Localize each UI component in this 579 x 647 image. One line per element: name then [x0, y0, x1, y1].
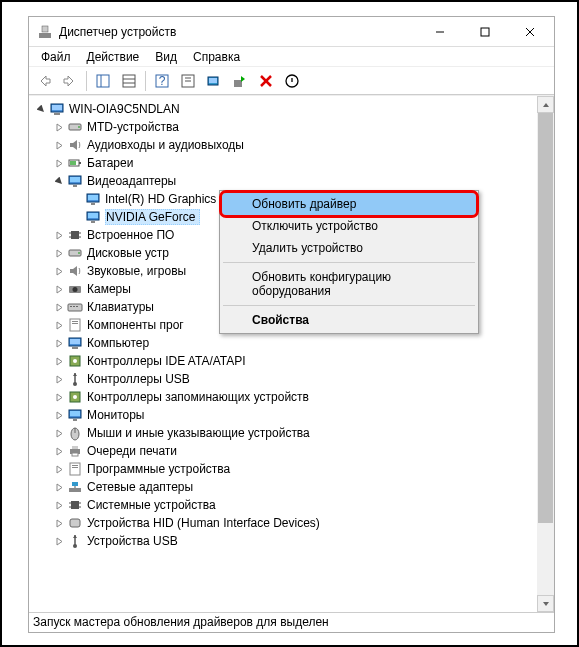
tree-category[interactable]: Контроллеры запоминающих устройств [33, 388, 554, 406]
menu-view[interactable]: Вид [147, 48, 185, 66]
tree-toggle[interactable] [53, 337, 65, 349]
computer-icon [67, 335, 83, 351]
toolbar-separator [145, 71, 146, 91]
scroll-up-button[interactable] [537, 96, 554, 113]
tree-category[interactable]: Контроллеры USB [33, 370, 554, 388]
tree-category-label: Камеры [87, 282, 131, 296]
svg-rect-35 [91, 203, 95, 205]
tree-toggle[interactable] [53, 409, 65, 421]
audio-icon [67, 263, 83, 279]
svg-rect-37 [88, 213, 98, 218]
software-icon [67, 461, 83, 477]
tree-category-label: Контроллеры запоминающих устройств [87, 390, 309, 404]
tree-toggle[interactable] [53, 355, 65, 367]
tree-toggle[interactable] [53, 265, 65, 277]
tree-toggle[interactable] [53, 499, 65, 511]
ctx-scan-hardware[interactable]: Обновить конфигурацию оборудования [222, 266, 476, 302]
svg-rect-57 [72, 347, 78, 349]
tree-category[interactable]: Устройства USB [33, 532, 554, 550]
ctx-update-driver[interactable]: Обновить драйвер [222, 193, 476, 215]
svg-rect-76 [72, 482, 78, 486]
tree-toggle[interactable] [53, 157, 65, 169]
tree-toggle[interactable] [53, 247, 65, 259]
tree-category[interactable]: Очереди печати [33, 442, 554, 460]
uninstall-button[interactable] [254, 69, 278, 93]
tree-category[interactable]: Системные устройства [33, 496, 554, 514]
tree-category[interactable]: Контроллеры IDE ATA/ATAPI [33, 352, 554, 370]
tree-toggle[interactable] [53, 427, 65, 439]
scroll-down-button[interactable] [537, 595, 554, 612]
scan-hardware-button[interactable] [202, 69, 226, 93]
minimize-button[interactable] [417, 17, 462, 46]
tree-category[interactable]: Батареи [33, 154, 554, 172]
tree-device-label: NVIDIA GeForce [105, 209, 200, 225]
tree-category[interactable]: Аудиовходы и аудиовыходы [33, 136, 554, 154]
tree-category-label: Дисковые устр [87, 246, 169, 260]
tree-toggle[interactable] [53, 139, 65, 151]
tree-toggle[interactable] [35, 103, 47, 115]
close-button[interactable] [507, 17, 552, 46]
svg-rect-74 [72, 467, 78, 468]
display-icon [67, 173, 83, 189]
tree-toggle[interactable] [53, 301, 65, 313]
svg-rect-48 [68, 304, 82, 311]
vertical-scrollbar[interactable] [537, 96, 554, 612]
svg-rect-28 [79, 162, 81, 164]
details-button[interactable] [117, 69, 141, 93]
back-button[interactable] [32, 69, 56, 93]
tree-category-label: Очереди печати [87, 444, 177, 458]
tree-toggle[interactable] [53, 463, 65, 475]
tree-category[interactable]: Сетевые адаптеры [33, 478, 554, 496]
usb-icon [67, 533, 83, 549]
tree-category-label: MTD-устройства [87, 120, 179, 134]
menu-action[interactable]: Действие [79, 48, 148, 66]
scroll-thumb[interactable] [538, 113, 553, 523]
update-driver-button[interactable] [228, 69, 252, 93]
tree-category[interactable]: Устройства HID (Human Interface Devices) [33, 514, 554, 532]
scroll-track[interactable] [537, 113, 554, 595]
disable-button[interactable] [280, 69, 304, 93]
menu-help[interactable]: Справка [185, 48, 248, 66]
svg-rect-32 [73, 185, 77, 187]
svg-rect-24 [54, 113, 60, 115]
menu-file[interactable]: Файл [33, 48, 79, 66]
tree-category-label: Компоненты прог [87, 318, 184, 332]
help-button[interactable]: ? [150, 69, 174, 93]
tree-toggle[interactable] [53, 373, 65, 385]
tree-toggle[interactable] [53, 319, 65, 331]
tree-category[interactable]: Мыши и иные указывающие устройства [33, 424, 554, 442]
tree-category[interactable]: Видеоадаптеры [33, 172, 554, 190]
tree-category[interactable]: Мониторы [33, 406, 554, 424]
tree-toggle[interactable] [53, 517, 65, 529]
tree-category-label: Звуковые, игровы [87, 264, 186, 278]
maximize-button[interactable] [462, 17, 507, 46]
ctx-disable-device[interactable]: Отключить устройство [222, 215, 476, 237]
tree-toggle[interactable] [53, 283, 65, 295]
properties-button[interactable] [176, 69, 200, 93]
show-hide-tree-button[interactable] [91, 69, 115, 93]
svg-point-59 [73, 359, 77, 363]
tree-category[interactable]: Программные устройства [33, 460, 554, 478]
tree-category-label: Программные устройства [87, 462, 230, 476]
ctx-properties[interactable]: Свойства [222, 309, 476, 331]
display-icon [85, 191, 101, 207]
tree-toggle[interactable] [53, 445, 65, 457]
tree-root[interactable]: WIN-OIA9C5NDLAN [33, 100, 554, 118]
forward-button[interactable] [58, 69, 82, 93]
tree-toggle[interactable] [53, 535, 65, 547]
svg-rect-73 [72, 465, 78, 466]
tree-toggle[interactable] [53, 391, 65, 403]
svg-rect-34 [88, 195, 98, 200]
tree-toggle[interactable] [53, 481, 65, 493]
tree-category[interactable]: Компьютер [33, 334, 554, 352]
toolbar: ? [29, 67, 554, 95]
tree-category[interactable]: MTD-устройства [33, 118, 554, 136]
disk-icon [67, 245, 83, 261]
tree-toggle[interactable] [53, 121, 65, 133]
tree-toggle[interactable] [53, 175, 65, 187]
menubar: Файл Действие Вид Справка [29, 47, 554, 67]
svg-rect-1 [42, 26, 48, 32]
tree-toggle[interactable] [53, 229, 65, 241]
svg-rect-39 [71, 231, 79, 239]
ctx-remove-device[interactable]: Удалить устройство [222, 237, 476, 259]
